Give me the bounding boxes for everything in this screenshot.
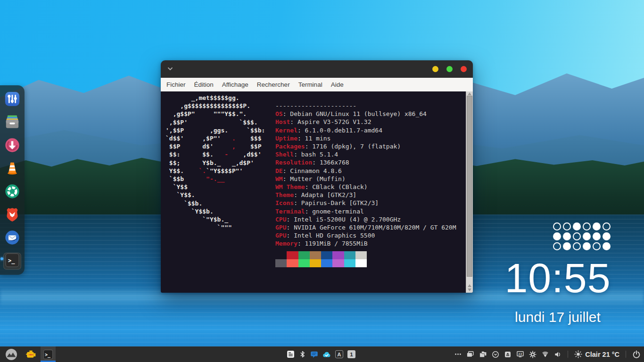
minimize-button[interactable] [432,66,438,72]
scrollbar-track [466,91,473,293]
workspace-indicator[interactable]: 1 [347,350,355,358]
clock-time: 10:55 [480,257,636,299]
scrollbar-down-arrow[interactable] [468,288,471,291]
weather-applet[interactable]: Clair 21 °C [574,350,619,358]
menu-item-edition[interactable]: Édition [190,78,218,91]
removable-drive-icon[interactable] [504,351,512,358]
palette-swatch [310,259,321,267]
scrollbar-secondary-up-arrow[interactable] [468,284,471,287]
terminal-window-icon: >_ [43,349,53,360]
neofetch-info: ----------------------OS: Debian GNU/Lin… [275,102,456,248]
sun-icon [574,350,582,358]
screensaver-icon[interactable]: zz [516,350,524,358]
separator [626,351,626,358]
mixer-settings-icon [4,91,20,109]
power-icon[interactable] [632,350,641,359]
palette-swatch [275,259,287,267]
chat-icon[interactable] [310,350,318,358]
overflow-dots-icon[interactable] [454,351,462,358]
network-icon[interactable] [541,350,549,358]
palette-swatch [344,259,355,267]
maximize-button[interactable] [446,66,453,72]
neofetch-info-line: Uptime: 11 mins [275,134,456,142]
update-manager-icon [4,137,20,155]
dock-item-update-manager[interactable] [3,137,21,155]
ascii-art-line: ',$$P ,ggs. `$$b: [165,126,265,134]
gear-icon[interactable] [529,351,537,358]
panel-right-zone: zzClair 21 °C [454,346,641,362]
chevron-down-icon[interactable] [167,66,173,72]
palette-swatch [332,259,344,267]
binary-clock-dot [573,222,581,230]
neofetch-info-line: Terminal: gnome-terminal [275,207,456,215]
palette-swatch [298,259,310,267]
window-menubar: FichierÉditionAffichageRechercherTermina… [161,78,473,91]
neofetch-info-line: Host: Aspire V3-572G V1.32 [275,118,456,126]
dock-item-vlc[interactable] [3,160,21,178]
volume-icon[interactable] [554,351,561,358]
notes-icon[interactable] [287,350,295,358]
vlc-icon [4,160,20,178]
dock-item-archive-manager[interactable] [3,114,21,132]
dock-item-brave-browser[interactable] [3,206,21,224]
neofetch-info-line: Theme: Adapta [GTK2/3] [275,191,456,199]
menu-item-aide[interactable]: Aide [327,78,348,91]
ascii-art-line: `Y$$ [165,183,265,191]
cloud-sync-icon[interactable] [322,350,331,359]
ascii-art-line: `""" [165,223,265,231]
neofetch-info-line: GPU: NVIDIA GeForce 610M/710M/810M/820M … [275,223,456,231]
binary-clock-dot [593,242,601,250]
clock-icon[interactable] [492,351,499,358]
menu-item-fichier[interactable]: Fichier [162,78,190,91]
separator [568,351,568,358]
menu-button[interactable] [2,346,21,362]
ascii-art-line: $$; Y$b._ _,d$P' [165,159,265,167]
binary-clock-dot [563,222,571,230]
close-button[interactable] [461,66,467,72]
binary-clock-dot [553,242,561,250]
neofetch-info-line: Packages: 1716 (dpkg), 7 (flatpak) [275,142,456,150]
binary-clock-dot [603,242,611,250]
terminal-content[interactable]: _,met$$$$$gg. ,g$$$$$$$$$$$$$$$P. ,g$$P"… [161,91,473,293]
palette-swatch [355,259,367,267]
folders-stack-icon[interactable] [479,350,487,358]
dock-item-thunderbird[interactable] [3,230,21,247]
dock-item-terminal[interactable]: >_ [3,253,21,270]
clock-desklet: 10:55 lundi 17 juillet [480,257,636,325]
scrollbar-thumb[interactable] [467,96,472,277]
menu-icon [5,348,17,361]
palette-swatch [310,251,321,259]
palette-swatch [344,251,355,259]
svg-text:zz: zz [519,352,522,356]
ascii-art-line: ,$$P' `$$$. [165,118,265,126]
binary-clock-dot [563,242,571,250]
menu-item-affichage[interactable]: Affichage [218,78,253,91]
teapot-button[interactable] [21,346,41,362]
neofetch-info-line: CPU: Intel i5-5200U (4) @ 2.700GHz [275,215,456,223]
ascii-art-line: `Y$$b. [165,207,265,215]
scrollbar-up-arrow[interactable] [468,92,471,95]
palette-row-1 [275,251,367,259]
binary-clock-dot [603,222,611,230]
palette-swatch [287,251,298,259]
bottom-panel: >_ A1 zzClair 21 °C [0,346,644,362]
screenshot-icon [4,183,20,201]
window-titlebar[interactable] [161,60,473,78]
teapot-icon [25,348,37,360]
taskbar-window-button-terminal[interactable]: >_ [41,346,56,362]
dock-item-mixer-settings[interactable] [3,91,21,108]
archive-manager-icon [4,114,20,132]
binary-clock-dot [573,242,581,250]
dock-item-screenshot[interactable] [3,183,21,201]
neofetch-info-line: OS: Debian GNU/Linux 11 (bullseye) x86_6… [275,110,456,118]
menu-item-rechercher[interactable]: Rechercher [253,78,294,91]
windows-stack-icon[interactable] [466,350,474,358]
palette-swatch [275,251,287,259]
bluetooth-icon[interactable] [299,351,306,358]
neofetch-info-line: DE: Cinnamon 4.8.6 [275,167,456,175]
keyboard-layout-indicator[interactable]: A [335,350,343,358]
binary-clock-dot [603,232,611,240]
menu-item-terminal[interactable]: Terminal [294,78,327,91]
weather-label: Clair 21 °C [585,351,619,358]
panel-center-zone: A1 [287,346,355,362]
